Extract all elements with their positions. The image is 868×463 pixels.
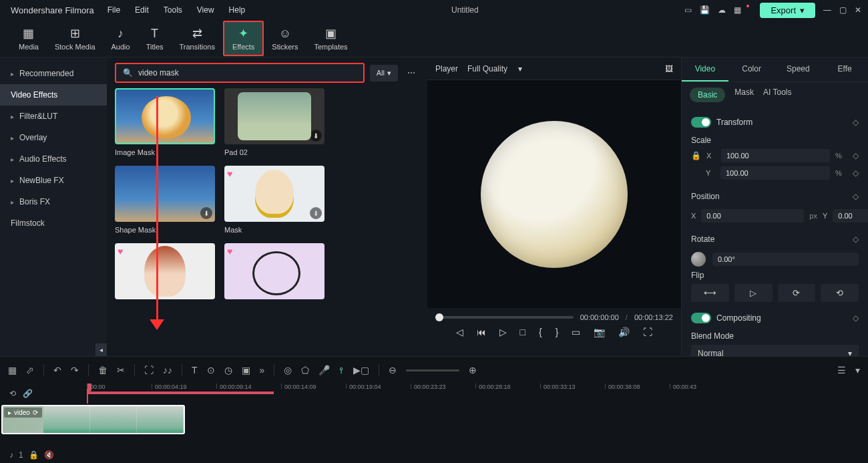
minimize-button[interactable]: —: [823, 5, 831, 15]
close-button[interactable]: ✕: [855, 5, 861, 15]
menu-tools[interactable]: Tools: [164, 5, 182, 15]
undo-button[interactable]: ↶: [53, 365, 61, 375]
pos-y-input[interactable]: [833, 209, 868, 222]
effect-card[interactable]: ⬇Pad 02: [224, 88, 324, 156]
auto-ripple-icon[interactable]: ⟲: [9, 389, 16, 398]
apps-icon[interactable]: ▦: [734, 5, 741, 15]
cat-overlay[interactable]: ▸Overlay: [0, 127, 107, 148]
subtab-mask[interactable]: Mask: [734, 88, 754, 102]
tab-stickers[interactable]: ☺Stickers: [264, 23, 306, 55]
speed-icon[interactable]: ⊙: [207, 365, 215, 375]
effect-card[interactable]: ♥⬇Mask: [224, 166, 324, 234]
track-options-icon[interactable]: ☰: [837, 365, 846, 375]
insp-tab-effects[interactable]: Effe: [821, 57, 868, 82]
tab-templates[interactable]: ▣Templates: [306, 22, 355, 55]
menu-view[interactable]: View: [197, 5, 214, 15]
marker-icon[interactable]: ◎: [284, 365, 292, 375]
blend-mode-select[interactable]: Normal▾: [691, 345, 859, 356]
prev-frame-button[interactable]: ◁: [456, 327, 463, 337]
rotate-cw-button[interactable]: ⟳: [778, 284, 816, 302]
cat-boris[interactable]: ▸Boris FX: [0, 191, 107, 212]
redo-button[interactable]: ↷: [71, 365, 79, 375]
keyframe-icon[interactable]: ◇: [853, 151, 859, 160]
tab-stock-media[interactable]: ⊞Stock Media: [47, 22, 103, 55]
link-icon[interactable]: 🔗: [23, 389, 33, 398]
flip-vertical-button[interactable]: ▷: [734, 284, 773, 302]
keyframe-icon[interactable]: ◇: [853, 235, 859, 244]
insp-tab-speed[interactable]: Speed: [775, 57, 822, 82]
quality-select[interactable]: Full Quality▾: [467, 64, 522, 73]
search-filter[interactable]: All▾: [370, 65, 398, 82]
heart-icon[interactable]: ♥: [227, 168, 232, 179]
cut-icon[interactable]: ✂: [117, 365, 125, 375]
timer-icon[interactable]: ◷: [224, 365, 232, 375]
play-button[interactable]: ▷: [499, 327, 507, 337]
collapse-sidebar-button[interactable]: ◂: [95, 343, 107, 356]
download-icon[interactable]: ⬇: [200, 207, 212, 219]
heart-icon[interactable]: ♥: [227, 246, 232, 257]
rotate-dial[interactable]: [691, 252, 706, 267]
fullscreen-button[interactable]: ⛶: [643, 327, 652, 337]
cat-filter-lut[interactable]: ▸Filter&LUT: [0, 106, 107, 127]
more-options-button[interactable]: ⋯: [403, 68, 419, 78]
crop-icon[interactable]: ⛶: [144, 365, 154, 375]
rotate-input[interactable]: [712, 253, 859, 266]
menu-file[interactable]: File: [107, 5, 120, 15]
stop-button[interactable]: □: [520, 327, 525, 337]
select-icon[interactable]: ⬀: [26, 365, 34, 375]
effect-card[interactable]: ♥: [115, 243, 215, 303]
shield-icon[interactable]: ⬠: [301, 365, 309, 375]
mic-icon[interactable]: 🎤: [318, 365, 330, 375]
insp-tab-video[interactable]: Video: [682, 57, 728, 82]
step-back-button[interactable]: ⏮: [477, 327, 486, 337]
rotate-ccw-button[interactable]: ⟲: [821, 284, 859, 302]
lock-icon[interactable]: 🔒: [29, 450, 39, 460]
render-icon[interactable]: ▶▢: [353, 365, 369, 375]
effect-card[interactable]: ♥: [224, 243, 324, 303]
volume-icon[interactable]: 🔊: [618, 327, 630, 337]
tab-media[interactable]: ▦Media: [11, 22, 47, 55]
heart-icon[interactable]: ♥: [118, 246, 123, 257]
subtab-basic[interactable]: Basic: [690, 88, 725, 102]
cat-filmstock[interactable]: Filmstock: [0, 212, 107, 234]
mixer-icon[interactable]: ⫯: [339, 365, 344, 375]
time-ruler[interactable]: 00:0000:00:04:1900:00:09:1400:00:14:0900…: [87, 383, 868, 404]
snapshot-icon[interactable]: 🖼: [665, 64, 673, 73]
seek-slider[interactable]: [435, 316, 574, 319]
insp-tab-color[interactable]: Color: [728, 57, 775, 82]
menu-help[interactable]: Help: [229, 5, 246, 15]
zoom-out-button[interactable]: ⊖: [389, 365, 397, 375]
lock-icon[interactable]: 🔒: [691, 151, 701, 160]
tab-audio[interactable]: ♪Audio: [103, 23, 138, 55]
save-icon[interactable]: 💾: [700, 5, 710, 15]
cat-newblue[interactable]: ▸NewBlue FX: [0, 170, 107, 191]
zoom-in-button[interactable]: ⊕: [469, 365, 477, 375]
keyframe-icon[interactable]: ◇: [853, 192, 859, 201]
effect-card[interactable]: ⬇Shape Mask: [115, 166, 215, 234]
subtab-ai[interactable]: AI Tools: [763, 88, 791, 102]
export-button[interactable]: Export▾: [760, 3, 815, 18]
download-icon[interactable]: ⬇: [310, 130, 322, 142]
cloud-icon[interactable]: ☁: [718, 5, 726, 15]
delete-icon[interactable]: 🗑: [98, 365, 107, 375]
cat-audio-effects[interactable]: ▸Audio Effects: [0, 148, 107, 170]
search-input[interactable]: [138, 68, 357, 78]
keyframe-icon[interactable]: ◇: [853, 118, 859, 127]
tab-titles[interactable]: TTitles: [138, 23, 172, 55]
download-icon[interactable]: ⬇: [310, 207, 322, 219]
effect-card[interactable]: Image Mask: [115, 88, 215, 156]
color-icon[interactable]: ▣: [242, 365, 250, 375]
scale-x-input[interactable]: [721, 149, 830, 162]
maximize-button[interactable]: ▢: [839, 5, 847, 15]
tab-transitions[interactable]: ⇄Transitions: [172, 22, 223, 55]
compare-button[interactable]: ▭: [572, 327, 580, 337]
keyframe-icon[interactable]: ◇: [853, 313, 859, 323]
flip-horizontal-button[interactable]: ⟷: [691, 284, 729, 302]
music-icon[interactable]: ♪♪: [163, 365, 172, 375]
keyframe-icon[interactable]: ◇: [853, 168, 859, 178]
menu-edit[interactable]: Edit: [135, 5, 149, 15]
pos-x-input[interactable]: [701, 209, 804, 222]
mark-in-button[interactable]: {: [539, 327, 542, 337]
device-icon[interactable]: ▭: [684, 5, 692, 15]
scale-y-input[interactable]: [720, 166, 830, 180]
